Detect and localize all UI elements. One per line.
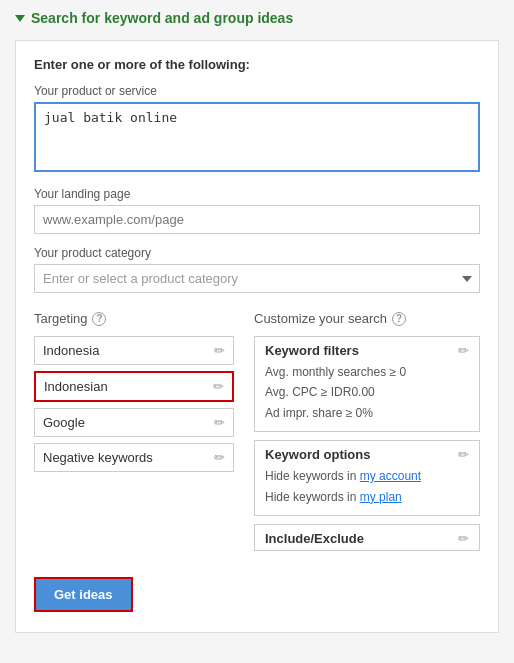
targeting-item-label: Google [43, 415, 85, 430]
keyword-options-box: Keyword options ✏ Hide keywords in my ac… [254, 440, 480, 516]
edit-icon[interactable]: ✏ [458, 531, 469, 546]
keyword-filters-header: Keyword filters ✏ [255, 337, 479, 362]
keyword-options-content: Hide keywords in my account Hide keyword… [255, 466, 479, 515]
my-account-link[interactable]: my account [360, 469, 421, 483]
edit-icon[interactable]: ✏ [214, 415, 225, 430]
keyword-options-title: Keyword options [265, 447, 370, 462]
targeting-item-indonesia[interactable]: Indonesia ✏ [34, 336, 234, 365]
customize-help-icon[interactable]: ? [392, 312, 406, 326]
keyword-filters-title: Keyword filters [265, 343, 359, 358]
targeting-help-icon[interactable]: ? [92, 312, 106, 326]
filter-line-1: Avg. monthly searches ≥ 0 [265, 362, 469, 382]
filter-line-3: Ad impr. share ≥ 0% [265, 403, 469, 423]
form-title: Enter one or more of the following: [34, 57, 480, 72]
include-exclude-title: Include/Exclude [265, 531, 364, 546]
keyword-filters-box: Keyword filters ✏ Avg. monthly searches … [254, 336, 480, 432]
keyword-options-header: Keyword options ✏ [255, 441, 479, 466]
product-textarea[interactable]: jual batik online [34, 102, 480, 172]
include-exclude-box: Include/Exclude ✏ [254, 524, 480, 551]
two-col-layout: Targeting ? Indonesia ✏ Indonesian ✏ Goo… [34, 311, 480, 559]
option-line-2: Hide keywords in my plan [265, 487, 469, 507]
edit-icon[interactable]: ✏ [458, 343, 469, 358]
collapse-icon [15, 15, 25, 22]
section-title: Search for keyword and ad group ideas [31, 10, 293, 26]
product-field-group: Your product or service jual batik onlin… [34, 84, 480, 175]
landing-input[interactable] [34, 205, 480, 234]
section-body: Enter one or more of the following: Your… [15, 40, 499, 633]
section-header[interactable]: Search for keyword and ad group ideas [15, 10, 499, 26]
targeting-item-negative-keywords[interactable]: Negative keywords ✏ [34, 443, 234, 472]
edit-icon[interactable]: ✏ [214, 343, 225, 358]
targeting-column: Targeting ? Indonesia ✏ Indonesian ✏ Goo… [34, 311, 234, 559]
targeting-item-label: Indonesia [43, 343, 99, 358]
category-select[interactable]: Enter or select a product category [34, 264, 480, 293]
category-select-wrapper: Enter or select a product category [34, 264, 480, 293]
my-plan-link[interactable]: my plan [360, 490, 402, 504]
targeting-item-label: Negative keywords [43, 450, 153, 465]
category-field-group: Your product category Enter or select a … [34, 246, 480, 293]
product-label: Your product or service [34, 84, 480, 98]
edit-icon[interactable]: ✏ [214, 450, 225, 465]
get-ideas-button[interactable]: Get ideas [34, 577, 133, 612]
targeting-item-indonesian[interactable]: Indonesian ✏ [34, 371, 234, 402]
keyword-filters-content: Avg. monthly searches ≥ 0 Avg. CPC ≥ IDR… [255, 362, 479, 431]
customize-column: Customize your search ? Keyword filters … [254, 311, 480, 559]
landing-label: Your landing page [34, 187, 480, 201]
landing-field-group: Your landing page [34, 187, 480, 234]
customize-title: Customize your search ? [254, 311, 480, 326]
category-label: Your product category [34, 246, 480, 260]
targeting-item-google[interactable]: Google ✏ [34, 408, 234, 437]
include-exclude-header: Include/Exclude ✏ [255, 525, 479, 550]
targeting-title: Targeting ? [34, 311, 234, 326]
edit-icon[interactable]: ✏ [458, 447, 469, 462]
option-line-1: Hide keywords in my account [265, 466, 469, 486]
filter-line-2: Avg. CPC ≥ IDR0.00 [265, 382, 469, 402]
edit-icon[interactable]: ✏ [213, 379, 224, 394]
targeting-item-label: Indonesian [44, 379, 108, 394]
